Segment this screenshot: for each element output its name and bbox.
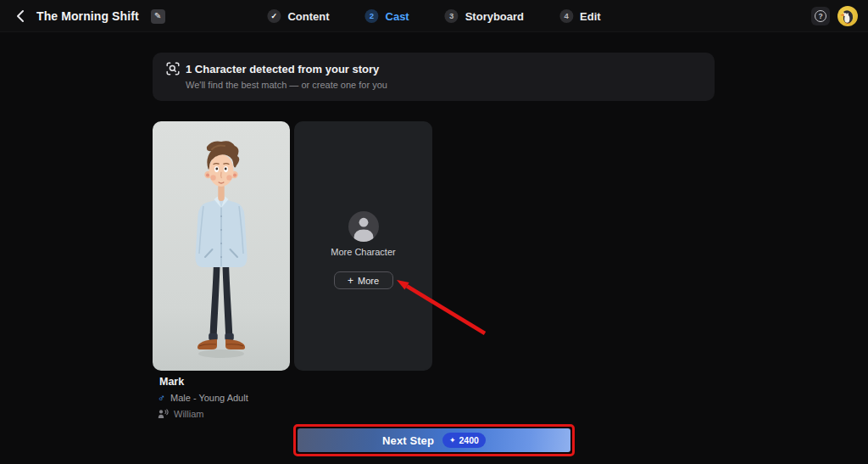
step-number: 3 bbox=[445, 9, 459, 23]
character-demographic-row: ♂ Male - Young Adult bbox=[158, 393, 248, 403]
character-portrait bbox=[153, 121, 290, 371]
more-character-card[interactable]: More Character + More bbox=[294, 121, 432, 371]
banner-title: 1 Character detected from your story bbox=[186, 63, 379, 75]
more-button-label: More bbox=[358, 276, 379, 286]
topbar-left: The Morning Shift ✎ bbox=[12, 0, 165, 32]
step-label: Cast bbox=[386, 10, 409, 23]
check-icon: ✓ bbox=[267, 9, 281, 23]
next-step-button[interactable]: Next Step ✦ 2400 bbox=[298, 428, 570, 452]
puffin-avatar-icon bbox=[837, 6, 858, 26]
wizard-steps: ✓ Content 2 Cast 3 Storyboard 4 Edit bbox=[267, 0, 600, 32]
more-character-label: More Character bbox=[294, 247, 432, 257]
step-number: 2 bbox=[365, 9, 379, 23]
topbar: The Morning Shift ✎ ✓ Content 2 Cast 3 S… bbox=[0, 0, 868, 32]
character-voice: William bbox=[174, 409, 203, 419]
help-button[interactable]: ? bbox=[811, 7, 830, 25]
voice-icon bbox=[158, 409, 169, 419]
step-edit[interactable]: 4 Edit bbox=[559, 9, 601, 23]
detection-banner: 1 Character detected from your story We'… bbox=[153, 53, 715, 101]
back-button[interactable] bbox=[12, 6, 29, 26]
edit-title-button[interactable]: ✎ bbox=[151, 9, 165, 24]
topbar-right: ? bbox=[811, 0, 858, 32]
character-name: Mark bbox=[159, 376, 184, 388]
credit-cost-badge: ✦ 2400 bbox=[442, 433, 486, 448]
help-icon: ? bbox=[815, 10, 826, 22]
pencil-icon: ✎ bbox=[154, 12, 161, 20]
step-cast[interactable]: 2 Cast bbox=[365, 9, 409, 23]
character-demographic: Male - Young Adult bbox=[170, 393, 248, 403]
annotation-highlight-rectangle: Next Step ✦ 2400 bbox=[293, 424, 575, 456]
person-placeholder-icon bbox=[348, 211, 379, 242]
app-window: The Morning Shift ✎ ✓ Content 2 Cast 3 S… bbox=[0, 0, 868, 464]
plus-icon: + bbox=[348, 276, 353, 286]
character-card-mark[interactable] bbox=[153, 121, 290, 371]
step-label: Storyboard bbox=[465, 10, 524, 23]
step-label: Content bbox=[287, 10, 329, 23]
credit-amount: 2400 bbox=[459, 436, 479, 445]
step-content[interactable]: ✓ Content bbox=[267, 9, 329, 23]
character-scan-icon bbox=[166, 62, 180, 75]
sparkle-icon: ✦ bbox=[449, 437, 456, 444]
back-chevron-icon bbox=[15, 9, 25, 23]
banner-subtitle: We'll find the best match — or create on… bbox=[186, 80, 701, 90]
user-avatar[interactable] bbox=[837, 6, 858, 26]
next-step-label: Next Step bbox=[382, 434, 434, 447]
step-storyboard[interactable]: 3 Storyboard bbox=[445, 9, 524, 23]
male-icon: ♂ bbox=[158, 393, 165, 403]
project-title: The Morning Shift bbox=[36, 9, 139, 23]
step-number: 4 bbox=[559, 9, 573, 23]
more-button[interactable]: + More bbox=[334, 271, 393, 289]
step-label: Edit bbox=[580, 10, 601, 23]
character-voice-row: William bbox=[158, 409, 203, 419]
